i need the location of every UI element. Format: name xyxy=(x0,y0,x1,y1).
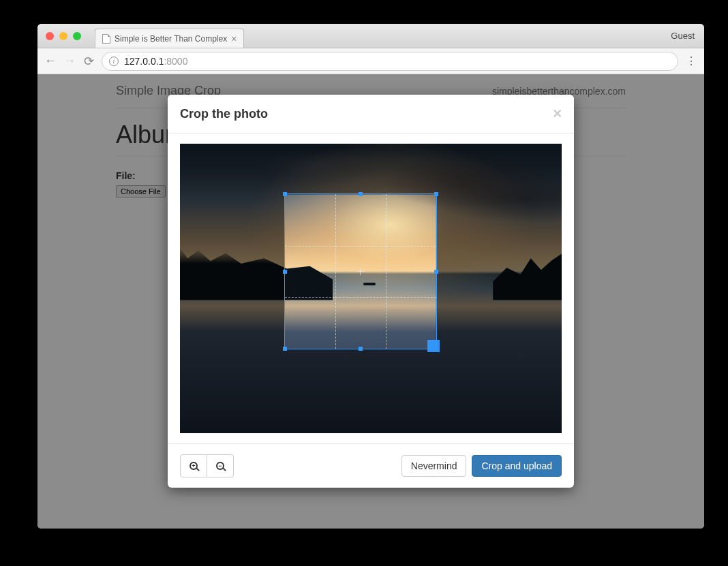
url-host: 127.0.0.1 xyxy=(124,56,164,67)
close-window-button[interactable] xyxy=(46,32,54,40)
page-icon xyxy=(102,34,110,44)
modal-footer: + − Nevermind Crop and upload xyxy=(168,443,574,488)
zoom-in-button[interactable]: + xyxy=(180,454,207,477)
page-viewport: Simple Image Crop simpleisbetterthancomp… xyxy=(37,74,704,529)
crop-grid-line xyxy=(285,297,436,298)
maximize-window-button[interactable] xyxy=(73,32,81,40)
crop-handle-sw[interactable] xyxy=(283,347,287,351)
zoom-out-button[interactable]: − xyxy=(207,454,234,477)
crop-upload-button[interactable]: Crop and upload xyxy=(472,455,562,477)
crop-handle-se[interactable] xyxy=(427,340,440,352)
forward-button[interactable]: → xyxy=(63,54,76,68)
crop-handle-e[interactable] xyxy=(434,270,438,274)
back-button[interactable]: ← xyxy=(44,54,57,68)
browser-menu-button[interactable]: ⋮ xyxy=(685,54,697,67)
zoom-in-icon: + xyxy=(189,462,198,470)
crop-box[interactable] xyxy=(285,194,436,349)
traffic-lights xyxy=(37,32,81,40)
title-bar: Simple is Better Than Complex × Guest xyxy=(37,24,704,48)
image-container[interactable] xyxy=(180,144,562,433)
modal-header: Crop the photo × xyxy=(168,95,574,133)
browser-window: Simple is Better Than Complex × Guest ← … xyxy=(37,24,704,529)
crop-handle-w[interactable] xyxy=(283,270,287,274)
crop-handle-nw[interactable] xyxy=(283,192,287,196)
cancel-button[interactable]: Nevermind xyxy=(401,455,467,477)
crop-handle-s[interactable] xyxy=(359,347,363,351)
url-port: :8000 xyxy=(164,56,187,67)
tab-title: Simple is Better Than Complex xyxy=(115,34,227,44)
modal-title: Crop the photo xyxy=(180,107,268,121)
reload-button[interactable]: ⟳ xyxy=(82,54,95,69)
minimize-window-button[interactable] xyxy=(59,32,67,40)
crop-grid-line xyxy=(335,194,336,349)
browser-tab[interactable]: Simple is Better Than Complex × xyxy=(95,29,244,48)
browser-toolbar: ← → ⟳ i 127.0.0.1:8000 ⋮ xyxy=(37,48,704,74)
profile-label[interactable]: Guest xyxy=(671,31,695,41)
close-icon[interactable]: × xyxy=(553,105,562,123)
zoom-out-icon: − xyxy=(216,462,224,470)
modal-body xyxy=(168,133,574,443)
crop-modal: Crop the photo × xyxy=(168,95,574,488)
close-tab-icon[interactable]: × xyxy=(231,33,237,44)
zoom-button-group: + − xyxy=(180,454,234,477)
crop-grid-line xyxy=(386,194,386,349)
site-info-icon[interactable]: i xyxy=(109,57,119,66)
crop-handle-ne[interactable] xyxy=(434,192,438,196)
modal-actions: Nevermind Crop and upload xyxy=(401,455,562,477)
crop-grid-line xyxy=(285,246,436,247)
crop-handle-n[interactable] xyxy=(359,192,363,196)
address-bar[interactable]: i 127.0.0.1:8000 xyxy=(102,52,678,71)
